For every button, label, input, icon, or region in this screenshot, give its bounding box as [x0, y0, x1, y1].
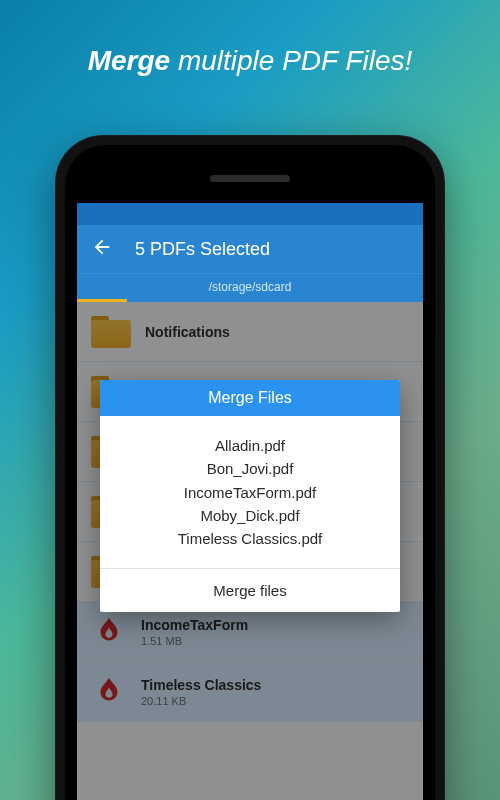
dialog-file-list: Alladin.pdf Bon_Jovi.pdf IncomeTaxForm.p… — [100, 416, 400, 568]
phone-frame: 5 PDFs Selected /storage/sdcard Notifica… — [55, 135, 445, 800]
app-bar-title: 5 PDFs Selected — [135, 239, 270, 260]
phone-speaker — [210, 175, 290, 182]
merge-button[interactable]: Merge files — [100, 568, 400, 612]
dialog-file: Moby_Dick.pdf — [110, 504, 390, 527]
dialog-file: Timeless Classics.pdf — [110, 527, 390, 550]
dialog-file: Alladin.pdf — [110, 434, 390, 457]
merge-dialog: Merge Files Alladin.pdf Bon_Jovi.pdf Inc… — [100, 380, 400, 612]
promo-headline: Merge multiple PDF Files! — [0, 0, 500, 102]
dialog-file: IncomeTaxForm.pdf — [110, 481, 390, 504]
screen: 5 PDFs Selected /storage/sdcard Notifica… — [77, 203, 423, 800]
path-text: /storage/sdcard — [209, 280, 292, 294]
path-bar[interactable]: /storage/sdcard — [77, 273, 423, 299]
status-bar — [77, 203, 423, 225]
content-area: Notifications — [77, 302, 423, 800]
dialog-title: Merge Files — [100, 380, 400, 416]
back-icon[interactable] — [91, 236, 113, 262]
app-bar: 5 PDFs Selected — [77, 225, 423, 273]
dialog-file: Bon_Jovi.pdf — [110, 457, 390, 480]
